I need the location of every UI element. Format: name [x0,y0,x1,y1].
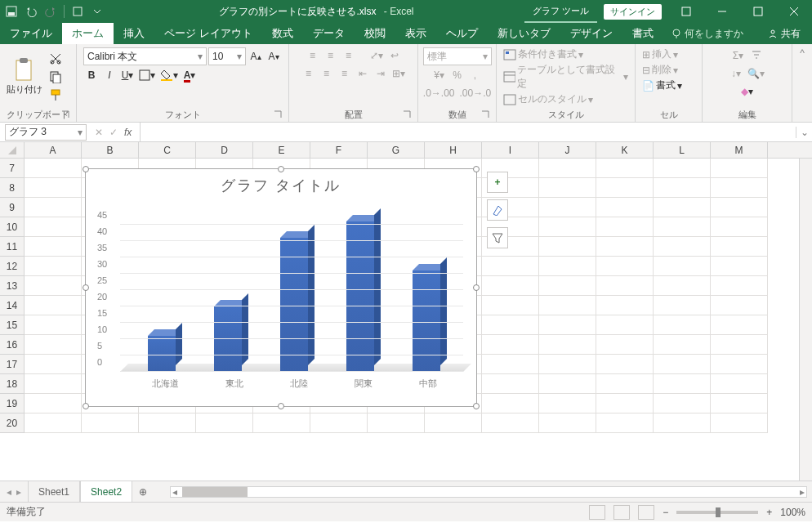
font-size-combo[interactable]: 10▾ [208,47,246,65]
cell[interactable] [425,413,482,433]
row-header[interactable]: 18 [0,374,25,394]
cell[interactable] [25,237,82,257]
currency-icon[interactable]: ¥▾ [431,67,448,83]
cell[interactable] [139,413,196,433]
cell[interactable] [25,355,82,374]
chart-bar[interactable] [346,221,374,372]
tab-review[interactable]: 校閲 [355,23,395,44]
new-sheet-button[interactable]: ⊕ [132,486,154,498]
tab-data[interactable]: データ [303,23,355,44]
cell[interactable] [596,257,654,276]
cell[interactable] [539,198,596,217]
cell[interactable] [539,178,596,198]
row-header[interactable]: 19 [0,394,25,413]
cell[interactable] [654,355,711,374]
cell[interactable] [596,237,654,257]
zoom-out-button[interactable]: − [663,507,668,518]
percent-icon[interactable]: % [449,67,466,83]
tab-format[interactable]: 書式 [622,23,663,44]
cell[interactable] [539,355,596,374]
col-header[interactable]: D [196,142,253,158]
number-format-combo[interactable]: 標準▾ [423,47,492,65]
chart-title[interactable]: グラフ タイトル [86,169,476,199]
col-header[interactable]: E [253,142,310,158]
clear-icon[interactable]: ◆▾ [739,83,756,100]
align-left-icon[interactable]: ≡ [301,65,317,82]
row-header[interactable]: 16 [0,335,25,355]
tab-help[interactable]: ヘルプ [436,23,488,44]
formula-bar[interactable] [140,123,796,142]
decrease-decimal-icon[interactable]: .00→.0 [458,85,493,101]
qa-dropdown-icon[interactable] [91,5,104,18]
cell[interactable] [711,394,768,413]
indent-increase-icon[interactable]: ⇥ [373,65,389,82]
col-header[interactable]: J [539,142,596,158]
cell[interactable] [25,335,82,355]
fill-icon[interactable]: ↓▾ [728,65,744,82]
save-icon[interactable] [5,5,18,18]
cell[interactable] [196,413,253,433]
cell[interactable] [654,335,711,355]
tab-home[interactable]: ホーム [62,23,114,44]
cell[interactable] [711,178,768,198]
cell[interactable] [539,413,596,433]
cancel-formula-icon[interactable]: ✕ [95,127,103,138]
row-header[interactable]: 8 [0,178,25,198]
row-header[interactable]: 15 [0,315,25,335]
cell[interactable] [25,159,82,178]
cell[interactable] [654,217,711,237]
cell[interactable] [596,374,654,394]
font-name-combo[interactable]: Calibri 本文▾ [83,47,207,65]
cell[interactable] [482,413,539,433]
row-header[interactable]: 14 [0,296,25,315]
align-top-icon[interactable]: ≡ [305,47,321,64]
tab-insert[interactable]: 挿入 [114,23,154,44]
cell[interactable] [654,296,711,315]
cell[interactable] [711,257,768,276]
normal-view-button[interactable] [589,505,605,520]
cell[interactable] [539,237,596,257]
cell[interactable] [25,394,82,413]
collapse-ribbon-icon[interactable]: ^ [792,44,812,122]
maximize-button[interactable] [740,0,776,23]
cell[interactable] [596,394,654,413]
cell[interactable] [25,178,82,198]
sort-filter-icon[interactable] [748,47,765,64]
page-break-view-button[interactable] [638,505,654,520]
cell[interactable] [596,276,654,296]
row-header[interactable]: 9 [0,198,25,217]
cut-icon[interactable] [47,51,64,67]
horizontal-scrollbar[interactable]: ◂ ▸ [170,486,807,498]
close-button[interactable] [776,0,812,23]
cell[interactable] [25,217,82,237]
cell[interactable] [25,257,82,276]
cell[interactable] [711,159,768,178]
sheet-nav-prev-icon[interactable]: ◂ [7,486,11,498]
cell[interactable] [596,355,654,374]
col-header[interactable]: I [482,142,539,158]
cell[interactable] [654,257,711,276]
cell[interactable] [482,257,539,276]
cell[interactable] [25,315,82,335]
chart-bar[interactable] [148,336,176,372]
undo-icon[interactable] [25,5,38,18]
increase-decimal-icon[interactable]: .0→.00 [422,85,457,101]
indent-decrease-icon[interactable]: ⇤ [355,65,371,82]
chart-object[interactable]: グラフ タイトル 北海道東北北陸関東中部 051015202530354045 [85,168,477,407]
cell[interactable] [368,413,425,433]
chart-bar[interactable] [214,306,242,372]
cell[interactable] [654,413,711,433]
chart-filter-button[interactable] [487,227,508,248]
cell[interactable] [482,296,539,315]
cell[interactable] [711,276,768,296]
ribbon-display-icon[interactable] [668,6,704,17]
cell[interactable] [25,276,82,296]
row-header[interactable]: 10 [0,217,25,237]
conditional-format-button[interactable]: 条件付き書式▾ [503,47,583,61]
dialog-launcher-icon[interactable] [481,110,491,120]
orientation-icon[interactable]: ⤢▾ [368,47,385,64]
chart-plot-area[interactable]: 北海道東北北陸関東中部 051015202530354045 [86,199,476,391]
tab-file[interactable]: ファイル [0,23,62,44]
cell[interactable] [539,394,596,413]
tellme[interactable]: 何をしますか [663,27,752,41]
